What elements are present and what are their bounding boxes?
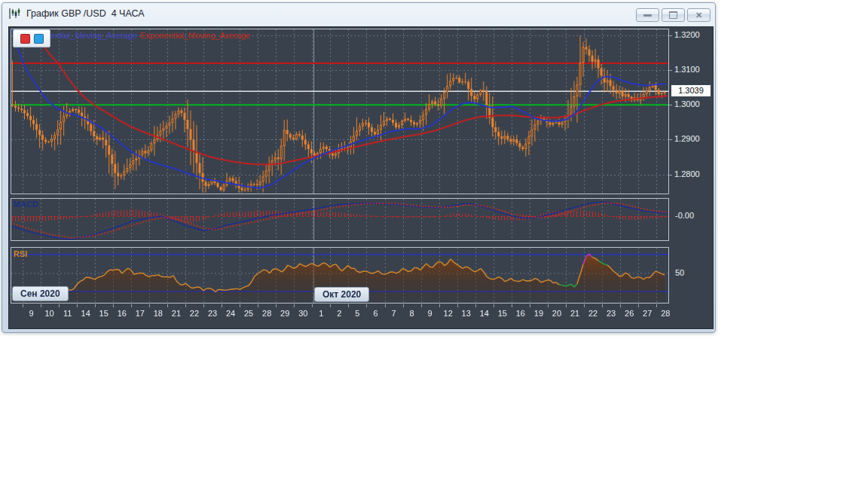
desktop: График GBP /USD 4 ЧАСА ✕ ential_Moving_A… [0, 0, 868, 488]
maximize-icon [669, 11, 677, 19]
rsi-axis-value: 50 [675, 268, 684, 277]
close-button[interactable]: ✕ [687, 8, 711, 22]
time-axis-label: 21 [570, 309, 579, 318]
time-axis-tick [421, 304, 422, 307]
window-controls: ✕ [636, 8, 711, 22]
time-axis-tick [348, 304, 349, 307]
legend-swatch-red [20, 34, 30, 44]
time-axis-tick [403, 304, 404, 307]
time-axis-tick [294, 304, 295, 307]
time-axis-label: 30 [298, 309, 307, 318]
time-axis-label: 22 [190, 309, 199, 318]
time-axis-tick [41, 304, 41, 307]
rsi-panel-label: RSI [14, 249, 27, 258]
time-axis-tick [366, 304, 367, 307]
time-axis-label: 5 [355, 309, 359, 318]
time-axis-tick [584, 304, 585, 307]
time-axis-tick [23, 304, 23, 307]
time-axis-label: 9 [29, 309, 33, 318]
time-axis-label: 6 [373, 309, 377, 318]
time-axis-tick [95, 304, 96, 307]
time-axis-label: 27 [643, 309, 652, 318]
time-axis-tick [77, 304, 78, 307]
time-axis-label: 15 [99, 309, 108, 318]
time-axis-tick [203, 304, 204, 307]
macd-indicator-canvas[interactable] [11, 198, 669, 241]
time-axis-tick [276, 304, 277, 307]
time-axis-label: 16 [516, 309, 525, 318]
time-axis-label: 22 [588, 309, 598, 318]
time-axis-label: 23 [607, 309, 616, 318]
time-axis-label: 13 [462, 309, 471, 318]
time-axis-label: 1 [319, 309, 323, 318]
legend-swatch-box[interactable] [13, 29, 50, 47]
time-axis-label: 26 [625, 309, 634, 318]
time-axis-label: 8 [409, 309, 414, 318]
time-axis-label: 12 [444, 309, 453, 318]
time-axis-label: 10 [44, 309, 53, 318]
time-axis-label: 17 [136, 309, 145, 318]
title-bar[interactable]: График GBP /USD 4 ЧАСА ✕ [2, 3, 715, 23]
minimize-icon [643, 14, 652, 17]
main-price-chart-canvas[interactable] [11, 29, 669, 194]
time-axis-label: 14 [81, 309, 90, 318]
time-axis-label: 28 [661, 309, 670, 318]
price-axis-tick [669, 70, 672, 71]
time-axis-label: 9 [428, 309, 432, 318]
legend: ential_Moving_Average Exponential_Moving… [50, 31, 251, 40]
macd-axis-value: -0.00 [675, 211, 694, 220]
time-axis-tick [385, 304, 386, 307]
time-axis-tick [59, 304, 60, 307]
time-axis-tick [548, 304, 549, 307]
time-axis-tick [530, 304, 530, 307]
time-axis-tick [167, 304, 168, 307]
candlestick-chart-icon [8, 7, 22, 20]
price-axis-tick [669, 175, 672, 175]
time-axis-tick [475, 304, 476, 307]
price-axis-label: 1.3100 [674, 65, 700, 74]
time-axis-tick [620, 304, 621, 307]
legend-label-ma-fast: ential_Moving_Average [50, 31, 137, 40]
time-axis-label: 2 [337, 309, 341, 318]
current-price-tag: 1.3039 [671, 85, 711, 96]
time-axis-tick [439, 304, 440, 307]
price-axis-label: 1.2800 [674, 169, 700, 178]
time-axis-tick [457, 304, 458, 307]
price-axis-tick [669, 35, 672, 36]
time-axis-label: 19 [534, 309, 543, 318]
month-tag-oct-2020: Окт 2020 [314, 287, 369, 302]
time-axis-label: 16 [118, 309, 127, 318]
time-axis-label: 29 [280, 309, 289, 318]
minimize-button[interactable] [636, 8, 659, 22]
price-axis-tick [669, 105, 672, 105]
time-axis-tick [149, 304, 150, 307]
time-axis-tick [494, 304, 494, 307]
price-axis-label: 1.3000 [674, 99, 700, 108]
price-axis-label: 1.2900 [674, 134, 700, 143]
time-axis-label: 14 [480, 309, 489, 318]
time-axis-tick [512, 304, 512, 307]
price-axis-label: 1.3200 [674, 30, 700, 39]
time-axis-label: 25 [244, 309, 253, 318]
time-axis-label: 18 [154, 309, 163, 318]
window-title: График GBP /USD 4 ЧАСА [26, 8, 145, 19]
time-axis-tick [656, 304, 657, 307]
time-axis-tick [330, 304, 331, 307]
time-axis-label: 23 [208, 309, 217, 318]
month-tag-sep-2020: Сен 2020 [12, 286, 69, 301]
time-axis-tick [131, 304, 132, 307]
time-axis-tick [638, 304, 639, 307]
time-axis-label: 7 [391, 309, 396, 318]
time-axis-label: 24 [226, 309, 235, 318]
time-axis-label: 21 [172, 309, 181, 318]
time-axis-label: 11 [63, 309, 72, 318]
maximize-button[interactable] [662, 8, 685, 22]
time-axis-tick [258, 304, 258, 307]
price-axis-tick [669, 139, 672, 140]
time-axis-label: 20 [552, 309, 561, 318]
time-axis-tick [185, 304, 186, 307]
time-axis-tick [240, 304, 240, 307]
macd-panel-label: MACD [14, 200, 38, 209]
time-axis-tick [113, 304, 114, 307]
time-axis-tick [312, 304, 313, 307]
